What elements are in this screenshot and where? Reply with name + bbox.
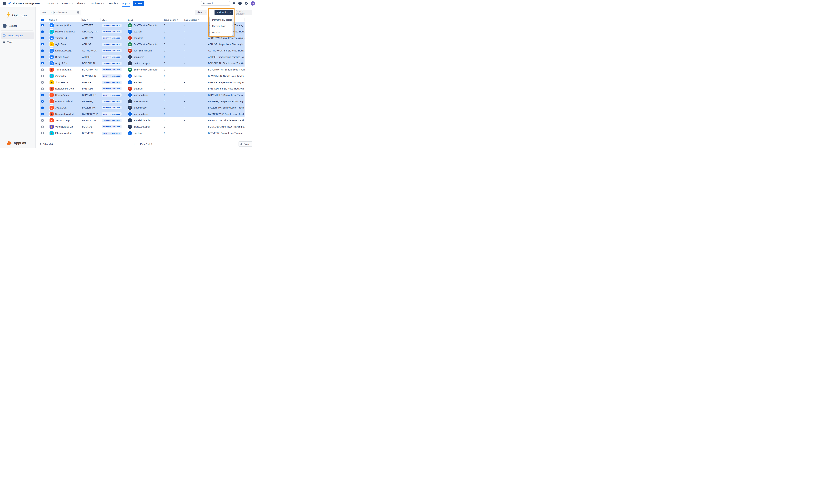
lead-name: Ben Warwick-Champion: [134, 43, 158, 46]
project-key: BMBNFBSVKZ: [81, 111, 100, 117]
row-checkbox[interactable]: [41, 56, 44, 58]
lead-name: phan.kim: [134, 37, 143, 39]
row-checkbox[interactable]: [41, 62, 44, 64]
jira-brand[interactable]: Jira Work Management: [8, 1, 40, 5]
export-button[interactable]: Export: [238, 141, 252, 147]
nav-item-your-work[interactable]: Your work: [43, 0, 60, 7]
row-checkbox[interactable]: [41, 75, 44, 77]
sidebar-item-active-projects[interactable]: Active Projects: [1, 32, 34, 39]
nav-item-apps[interactable]: Apps: [120, 0, 132, 7]
create-button[interactable]: Create: [133, 1, 144, 6]
lead-avatar: J: [128, 99, 132, 103]
mountain-icon: ▲: [50, 23, 54, 27]
lead-name: Tom Buhl-Nielsen: [134, 49, 152, 52]
sort-icon[interactable]: [198, 19, 199, 21]
cloud-icon: ☁: [50, 49, 54, 53]
sliders-icon: ☰: [50, 106, 54, 110]
project-key: ASULSF: [81, 41, 100, 48]
user-avatar[interactable]: JR: [250, 1, 255, 6]
next-page-arrow-icon[interactable]: →: [156, 142, 158, 146]
project-key: BGJORMYROI: [81, 67, 100, 73]
global-search-input[interactable]: [206, 2, 228, 5]
project-search[interactable]: ✕: [40, 10, 81, 15]
help-icon[interactable]: ?: [238, 2, 242, 5]
row-checkbox[interactable]: [41, 37, 44, 39]
style-badge: COMPANY MANAGED: [102, 119, 121, 122]
main-content: ✕ View Bulk action Review changes Perman…: [36, 7, 257, 148]
bulk-action-button[interactable]: Bulk action: [214, 10, 233, 15]
row-trailing-space: [244, 60, 252, 67]
row-checkbox[interactable]: [41, 43, 44, 45]
table-row: ▣ Nelgutagaful Corp. BKNPDDT COMPANY MAN…: [40, 86, 252, 92]
cloud-icon: ☁: [50, 55, 54, 59]
last-updated: -: [183, 67, 207, 73]
previous-page-arrow-icon[interactable]: ←: [133, 142, 136, 146]
select-all-checkbox[interactable]: [41, 19, 44, 21]
row-checkbox[interactable]: [41, 30, 44, 33]
menu-item-permanently-delete[interactable]: Permanently delete: [210, 17, 232, 23]
row-checkbox[interactable]: [41, 113, 44, 115]
column-header-issue-count[interactable]: Issue Count: [161, 18, 183, 21]
global-search[interactable]: [201, 1, 230, 6]
view-dropdown-toggle[interactable]: [203, 12, 207, 13]
row-checkbox[interactable]: [41, 24, 44, 26]
row-checkbox[interactable]: [41, 100, 44, 103]
lead-avatar: P: [128, 87, 132, 91]
row-checkbox[interactable]: [41, 49, 44, 52]
row-checkbox[interactable]: [41, 126, 44, 128]
row-checkbox[interactable]: [41, 132, 44, 134]
last-updated: -: [183, 73, 207, 79]
project-key: BHWSUMRN: [81, 73, 100, 79]
project-name: Zafuczi Inc.: [55, 75, 67, 77]
project-description: BKZZJHPPK: Simple Issue Trackin...: [207, 105, 244, 111]
nav-item-projects[interactable]: Projects: [60, 0, 75, 7]
notifications-bell-icon[interactable]: [233, 2, 235, 5]
crystal-ball-icon: ●: [50, 74, 54, 78]
clear-search-icon[interactable]: ✕: [77, 11, 79, 14]
issue-count: 0: [161, 48, 183, 54]
lead-name: eva.lien: [134, 30, 141, 33]
project-name: Josjanro Corp.: [55, 119, 70, 122]
app-switcher-icon[interactable]: [3, 2, 6, 5]
row-checkbox[interactable]: [41, 119, 44, 122]
bulk-action-label: Bulk action: [217, 11, 228, 14]
row-checkbox[interactable]: [41, 88, 44, 90]
review-changes-button[interactable]: Review changes: [236, 10, 252, 15]
issue-count: 0: [161, 124, 183, 130]
app-title: Jira Work Management: [12, 2, 40, 5]
nav-item-dashboards[interactable]: Dashboards: [87, 0, 106, 7]
chevron-down-icon: [71, 2, 73, 4]
wallet-icon: ▬: [50, 80, 54, 84]
view-button[interactable]: View: [195, 10, 207, 15]
table-row: ⚒ Hovzu Group BKPGVHNLB COMPANY MANAGED …: [40, 92, 252, 98]
go-back-button[interactable]: ← Go back: [3, 24, 35, 28]
project-description: BNVSKAYOIL: Simple Issue Tracki...: [207, 117, 244, 124]
nav-item-people[interactable]: People: [106, 0, 120, 7]
menu-item-archive[interactable]: Archive: [210, 29, 232, 35]
toolbar: ✕ View Bulk action Review changes Perman…: [40, 10, 252, 15]
sort-icon[interactable]: [177, 19, 178, 21]
project-key: BKPGVHNLB: [81, 92, 100, 98]
row-trailing-space: [244, 41, 252, 48]
project-name: Susiok Group: [55, 56, 69, 58]
table-row: ◉ Tujifunekbel Ltd. BGJORMYROI COMPANY M…: [40, 67, 252, 73]
topbar-right-cluster: ? JR: [201, 1, 255, 6]
view-button-label[interactable]: View: [195, 11, 203, 14]
lead-avatar: E: [128, 80, 132, 84]
sort-icon[interactable]: [87, 19, 88, 21]
menu-item-move-to-trash[interactable]: Move to trash: [210, 23, 232, 29]
nav-item-filters[interactable]: Filters: [75, 0, 87, 7]
sort-icon[interactable]: [56, 19, 57, 21]
project-search-input[interactable]: [42, 11, 77, 14]
settings-gear-icon[interactable]: [244, 2, 248, 5]
sidebar-item-trash[interactable]: Trash: [1, 39, 34, 45]
row-checkbox[interactable]: [41, 94, 44, 96]
lead-avatar: TB: [128, 49, 132, 53]
row-checkbox[interactable]: [41, 81, 44, 84]
column-header-key[interactable]: Key: [81, 18, 100, 21]
row-checkbox[interactable]: [41, 107, 44, 109]
column-header-last-updated[interactable]: Last Updated: [183, 18, 207, 21]
lead-avatar: BW: [128, 42, 132, 46]
row-checkbox[interactable]: [41, 69, 44, 71]
column-header-name[interactable]: Name: [48, 18, 81, 21]
